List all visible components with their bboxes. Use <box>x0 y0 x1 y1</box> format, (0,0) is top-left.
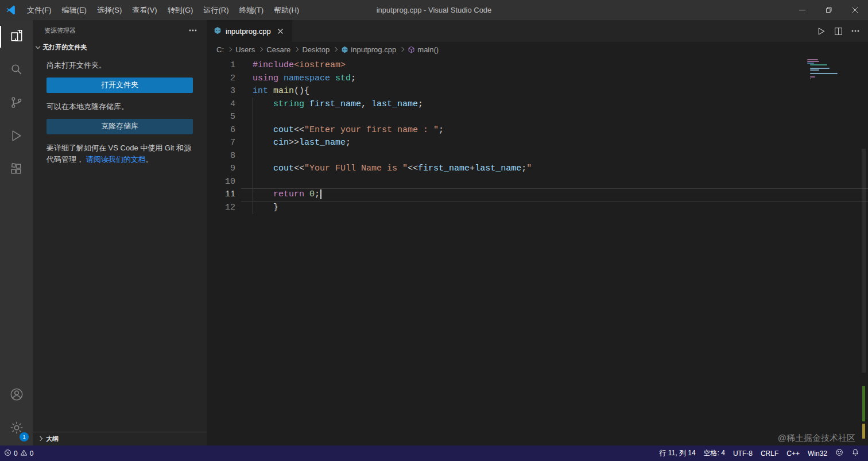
menu-item[interactable]: 帮助(H) <box>269 0 304 20</box>
menu-item[interactable]: 选择(S) <box>92 0 127 20</box>
sidebar-item-explorer[interactable] <box>0 20 33 53</box>
title-bar: 文件(F)编辑(E)选择(S)查看(V)转到(G)运行(R)终端(T)帮助(H)… <box>0 0 868 20</box>
status-right-items: 行 11, 列 14空格: 4UTF-8CRLFC++Win32 <box>655 445 831 461</box>
breadcrumb-separator-icon <box>400 47 405 52</box>
scrollbar-thumb[interactable] <box>862 149 866 373</box>
restore-button[interactable] <box>815 0 842 20</box>
line-number: 11 <box>207 188 235 202</box>
menu-item[interactable]: 运行(R) <box>198 0 234 20</box>
no-folder-text: 尚未打开文件夹。 <box>46 60 193 72</box>
line-number: 3 <box>207 85 235 98</box>
overview-ruler-mark-yellow <box>862 424 865 439</box>
feedback-button[interactable] <box>831 445 847 461</box>
tab-close-icon[interactable] <box>275 25 286 37</box>
account-icon <box>9 387 24 404</box>
code-line[interactable]: 1#include<iostream> <box>207 59 868 72</box>
breadcrumb-separator-icon <box>258 47 264 52</box>
search-icon <box>9 62 24 79</box>
activity-bar: 1 <box>0 20 33 445</box>
editor-more-actions-icon[interactable] <box>851 26 860 36</box>
close-window-button[interactable] <box>842 0 868 20</box>
clone-hint-text: 可以在本地克隆存储库。 <box>46 101 193 113</box>
line-number: 2 <box>207 72 235 86</box>
menu-item[interactable]: 文件(F) <box>22 0 57 20</box>
watermark-text: @稀土掘金技术社区 <box>778 433 855 444</box>
cursor-position-status[interactable]: 行 11, 列 14 <box>655 445 699 461</box>
breadcrumb-item[interactable]: Users <box>235 45 255 54</box>
split-editor-button[interactable] <box>834 27 843 36</box>
minimize-button[interactable] <box>789 0 815 20</box>
line-number: 4 <box>207 98 235 111</box>
error-count: 0 <box>14 450 18 458</box>
language-mode-status[interactable]: C++ <box>782 445 804 461</box>
tab-bar: inputprog.cpp <box>207 20 868 42</box>
minimap[interactable] <box>807 59 839 80</box>
warning-count: 0 <box>30 450 34 458</box>
code-line[interactable]: 3int main(){ <box>207 85 868 98</box>
sidebar-item-run-debug[interactable] <box>0 120 33 153</box>
run-debug-icon <box>9 129 24 145</box>
more-actions-icon[interactable] <box>188 26 197 35</box>
code-line[interactable]: 5 <box>207 111 868 124</box>
breadcrumb-item[interactable]: Cesare <box>266 45 290 54</box>
source-control-icon <box>9 95 24 112</box>
code-line[interactable]: 9 cout<<"Your FUll Name is "<<first_name… <box>207 162 868 176</box>
symbol-method-icon <box>408 46 415 53</box>
eol-status[interactable]: CRLF <box>757 445 782 461</box>
error-icon <box>4 449 11 458</box>
sidebar-item-search[interactable] <box>0 53 33 87</box>
warning-icon <box>20 449 28 458</box>
section-no-folder[interactable]: 无打开的文件夹 <box>33 40 207 55</box>
explorer-icon <box>9 28 24 45</box>
settings-badge: 1 <box>20 432 29 441</box>
menu-item[interactable]: 查看(V) <box>127 0 162 20</box>
indentation-status[interactable]: 空格: 4 <box>700 445 729 461</box>
code-editor[interactable]: 1#include<iostream>2using namespace std;… <box>207 57 868 445</box>
breadcrumb-separator-icon <box>333 47 338 52</box>
code-line[interactable]: 11 return 0; <box>207 188 868 202</box>
code-line[interactable]: 4 string first_name, last_name; <box>207 98 868 111</box>
clone-repo-button[interactable]: 克隆存储库 <box>46 119 193 134</box>
code-line[interactable]: 2using namespace std; <box>207 72 868 86</box>
code-line[interactable]: 7 cin>>last_name; <box>207 137 868 150</box>
line-number: 1 <box>207 59 235 72</box>
tab-inputprog-cpp[interactable]: inputprog.cpp <box>207 20 292 42</box>
breadcrumb-item[interactable]: C: <box>216 45 224 54</box>
code-line[interactable]: 8 <box>207 150 868 163</box>
line-number: 6 <box>207 124 235 137</box>
line-number: 7 <box>207 137 235 150</box>
platform-status[interactable]: Win32 <box>804 445 831 461</box>
feedback-smiley-icon <box>835 448 843 458</box>
line-number: 8 <box>207 150 235 163</box>
encoding-status[interactable]: UTF-8 <box>729 445 757 461</box>
sidebar-item-extensions[interactable] <box>0 153 33 187</box>
problems-status[interactable]: 0 0 <box>0 445 37 461</box>
status-bar: 0 0 行 11, 列 14空格: 4UTF-8CRLFC++Win32 <box>0 445 868 461</box>
breadcrumb-item[interactable]: main() <box>408 45 439 54</box>
settings-button[interactable]: 1 <box>0 412 33 445</box>
sidebar-title: 资源管理器 <box>44 26 76 35</box>
breadcrumb-item[interactable]: inputprog.cpp <box>341 45 396 54</box>
menu-item[interactable]: 终端(T) <box>234 0 269 20</box>
run-file-button[interactable] <box>816 26 826 36</box>
git-help-text: 要详细了解如何在 VS Code 中使用 Git 和源代码管理， 请阅读我们的文… <box>46 142 193 166</box>
menu-item[interactable]: 转到(G) <box>162 0 199 20</box>
outline-section-header[interactable]: 大纲 <box>33 432 207 445</box>
breadcrumb: C:UsersCesareDesktopinputprog.cppmain() <box>207 42 868 57</box>
code-line[interactable]: 6 cout<<"Enter your first name : "; <box>207 124 868 137</box>
line-number: 12 <box>207 202 235 215</box>
extensions-icon <box>9 162 24 179</box>
bell-icon <box>851 448 859 458</box>
code-line[interactable]: 10 <box>207 176 868 189</box>
open-folder-button[interactable]: 打开文件夹 <box>46 78 193 93</box>
docs-link[interactable]: 请阅读我们的文档 <box>86 155 146 164</box>
editor-scrollbar[interactable] <box>860 57 868 445</box>
sidebar-item-source-control[interactable] <box>0 87 33 120</box>
breadcrumb-item[interactable]: Desktop <box>302 45 330 54</box>
menu-item[interactable]: 编辑(E) <box>57 0 92 20</box>
account-button[interactable] <box>0 379 33 412</box>
editor-group: inputprog.cpp C:UsersCesareDesktopinputp… <box>207 20 868 445</box>
notifications-button[interactable] <box>847 445 863 461</box>
code-line[interactable]: 12 } <box>207 202 868 215</box>
window-title: inputprog.cpp - Visual Studio Code <box>377 6 492 14</box>
